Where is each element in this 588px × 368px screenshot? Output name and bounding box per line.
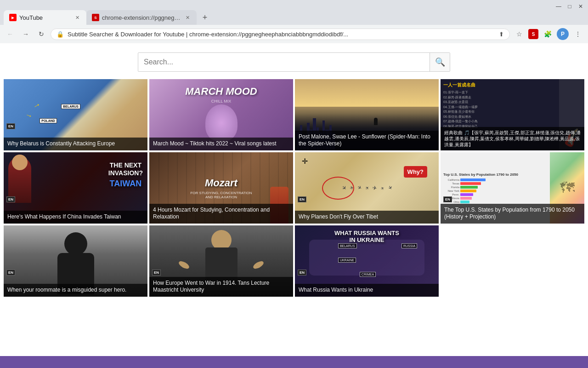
video-title-europe-war: How Europe Went to War in 1914. Tans Lec… <box>153 280 289 294</box>
tab-close-youtube[interactable]: ✕ <box>74 14 81 21</box>
video-title-us-states: The Top U.S. States by Population from 1… <box>444 207 581 221</box>
extension-favicon: S <box>92 14 99 21</box>
video-card-chinese-songs[interactable]: 一人一首成名曲 01.張宇-雨一直下 02.蘇芮-跟著感覺走 03.巫啟賢-太委… <box>441 79 584 150</box>
page-content: 🔍 BELARUS POLAND → → <box>0 43 588 356</box>
video-title-tibet: Why Planes Don't Fly Over Tibet <box>299 213 435 221</box>
title-bar: — □ ✕ <box>0 0 588 10</box>
en-badge-europe-war: EN <box>152 270 161 276</box>
belarus-label: BELARUS <box>61 104 80 109</box>
russia-ukraine-title: WHAT RUSSIA WANTSIN UKRAINE <box>295 228 439 245</box>
video-info-mozart: 4 Hours Mozart for Studying, Concentrati… <box>149 204 293 224</box>
video-info-tibet: Why Planes Don't Fly Over Tibet <box>295 211 439 224</box>
en-badge-taiwan: EN <box>6 196 15 202</box>
search-button[interactable]: 🔍 <box>430 53 450 71</box>
video-info-roommate: When your roommate is a misguided super … <box>4 284 147 297</box>
refresh-button[interactable]: ↻ <box>35 28 48 40</box>
video-info-chinese-songs: 經典歌曲 🎵【張宇,蘇芮,巫啟賢,王傑,部正宜,林慥蓮,張信兌,趙傳,潘越雲,潘… <box>441 127 584 150</box>
video-info-postmalone: Post Malone, Swae Lee - Sunflower (Spide… <box>295 131 439 150</box>
video-title-mozart: 4 Hours Mozart for Studying, Concentrati… <box>153 207 289 221</box>
en-badge-belarus: EN <box>6 123 15 129</box>
video-title-march-mood: March Mood ~ Tiktok hits 2022 ~ Viral so… <box>153 140 289 148</box>
en-badge-tibet: EN <box>298 196 306 202</box>
poland-label: POLAND <box>40 118 57 123</box>
tab-title-youtube: YouTube <box>19 14 71 21</box>
tabs-row: YouTube ✕ S chrome-extension://pggnegh..… <box>0 10 588 25</box>
tab-close-extension[interactable]: ✕ <box>184 14 191 21</box>
crimea-map-label: CRIMEA <box>360 272 376 277</box>
title-bar-controls: — □ ✕ <box>555 3 584 10</box>
video-card-tibet[interactable]: ✈ ✈ ✈ ✈ ✈ ✈ ✈ Why? ✛ EN <box>295 152 439 224</box>
taiwan-text: TAIWAN <box>108 179 143 189</box>
video-card-us-states[interactable]: Top U.S. States by Population 1790 to 20… <box>441 152 584 224</box>
video-info-us-states: The Top U.S. States by Population from 1… <box>441 204 584 224</box>
close-button[interactable]: ✕ <box>577 3 584 10</box>
video-info-europe-war: How Europe Went to War in 1914. Tans Lec… <box>149 277 293 297</box>
menu-button[interactable]: ⋮ <box>571 28 584 40</box>
extension-button[interactable]: S <box>528 29 538 39</box>
song-collection-title: 一人一首成名曲 <box>443 82 556 88</box>
song-list: 01.張宇-雨一直下 02.蘇芮-跟著感覺走 03.巫啟賢-太委屈 04.王傑-… <box>443 90 556 129</box>
video-card-russia-ukraine[interactable]: BELARUS RUSSIA UKRAINE CRIMEA WHAT RUSSI… <box>295 225 439 297</box>
youtube-favicon <box>9 14 17 21</box>
ukraine-map-label: UKRAINE <box>338 258 356 263</box>
video-card-roommate[interactable]: EN When your roommate is a misguided sup… <box>4 225 147 297</box>
browser-chrome: — □ ✕ YouTube ✕ S chrome-extension://pgg… <box>0 0 588 43</box>
lock-icon: 🔒 <box>57 31 64 38</box>
extensions-button[interactable]: 🧩 <box>541 28 554 40</box>
video-info-belarus: Why Belarus is Constantly Attacking Euro… <box>4 138 147 150</box>
video-card-europe-war[interactable]: EN How Europe Went to War in 1914. Tans … <box>149 225 293 297</box>
video-info-russia-ukraine: What Russia Wants in Ukraine <box>295 284 439 297</box>
video-info-taiwan: Here's What Happens If China Invades Tai… <box>4 211 147 224</box>
minimize-button[interactable]: — <box>555 3 562 10</box>
invasion-text: THE NEXTINVASION? <box>108 161 143 177</box>
search-bar: 🔍 <box>138 52 450 72</box>
en-badge-states: EN <box>443 196 452 202</box>
video-card-taiwan[interactable]: THE NEXTINVASION? TAIWAN EN Here's What … <box>4 152 147 224</box>
en-badge-roommate: EN <box>6 270 15 276</box>
forward-button[interactable]: → <box>19 28 32 40</box>
back-button[interactable]: ← <box>4 28 17 40</box>
video-title-taiwan: Here's What Happens If China Invades Tai… <box>7 213 144 221</box>
tab-title-extension: chrome-extension://pggnegh... <box>102 14 181 21</box>
search-bar-container: 🔍 <box>0 43 588 79</box>
search-input[interactable] <box>138 54 430 70</box>
profile-avatar[interactable]: P <box>557 28 569 40</box>
tab-extension[interactable]: S chrome-extension://pggnegh... ✕ <box>86 10 197 25</box>
video-title-russia-ukraine: What Russia Wants in Ukraine <box>299 287 435 294</box>
maximize-button[interactable]: □ <box>566 3 573 10</box>
video-card-postmalone[interactable]: vevo <box>295 79 439 150</box>
mozart-name: Mozart <box>190 177 252 189</box>
march-mood-sub: CHILL MIX <box>185 99 257 104</box>
new-tab-button[interactable]: + <box>198 11 211 24</box>
address-bar[interactable]: 🔒 Subtitle Searcher & Downloader for You… <box>51 29 510 40</box>
march-mood-title: MARCH MOOD <box>185 86 257 97</box>
video-card-belarus[interactable]: BELARUS POLAND → → EN Why Belarus is Con… <box>4 79 147 150</box>
video-title-chinese-songs: 經典歌曲 🎵【張宇,蘇芮,巫啟賢,王傑,部正宜,林慥蓮,張信兌,趙傳,潘越雲,潘… <box>444 130 581 148</box>
video-title-belarus: Why Belarus is Constantly Attacking Euro… <box>7 140 144 148</box>
video-title-roommate: When your roommate is a misguided super … <box>7 287 144 294</box>
share-icon: ⬆ <box>499 31 504 38</box>
mozart-description: FOR STUDYING, CONCENTRATIONAND RELAXATIO… <box>190 191 252 199</box>
tab-youtube[interactable]: YouTube ✕ <box>4 10 86 25</box>
video-info-march-mood: March Mood ~ Tiktok hits 2022 ~ Viral so… <box>149 138 293 150</box>
why-bubble: Why? <box>404 166 427 178</box>
nav-bar: ← → ↻ 🔒 Subtitle Searcher & Downloader f… <box>0 25 588 43</box>
video-card-mozart[interactable]: Mozart FOR STUDYING, CONCENTRATIONAND RE… <box>149 152 293 224</box>
video-grid: BELARUS POLAND → → EN Why Belarus is Con… <box>0 79 588 297</box>
video-card-march-mood[interactable]: MARCH MOOD CHILL MIX March Mood ~ Tiktok… <box>149 79 293 150</box>
en-badge-russia-ukraine: EN <box>298 270 306 276</box>
states-chart-title: Top U.S. States by Population 1790 to 20… <box>443 172 547 177</box>
bookmark-button[interactable]: ☆ <box>513 28 526 40</box>
video-title-postmalone: Post Malone, Swae Lee - Sunflower (Spide… <box>299 133 435 148</box>
address-text: Subtitle Searcher & Downloader for Youtu… <box>68 31 495 38</box>
